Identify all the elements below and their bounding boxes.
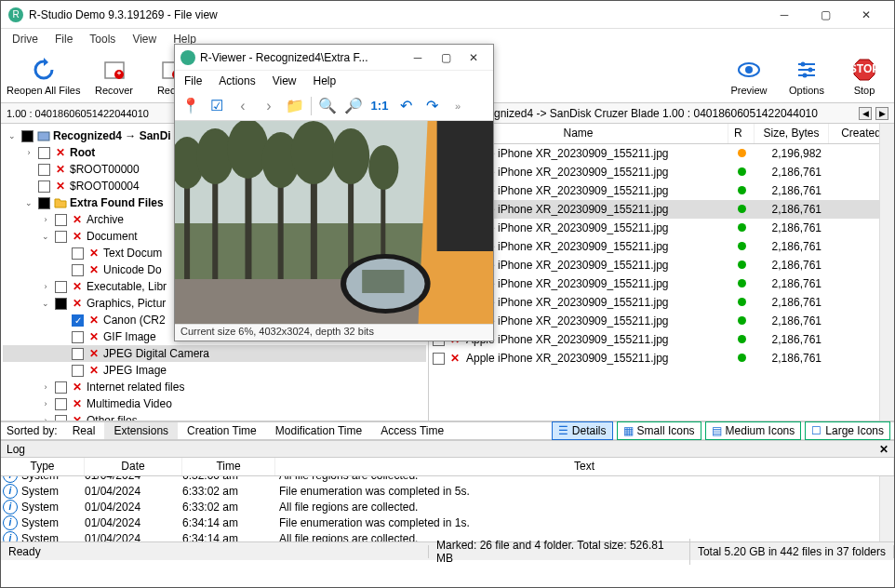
rotate-right-icon[interactable]: ↷	[421, 96, 442, 116]
tree-checkbox[interactable]	[72, 247, 84, 260]
file-row[interactable]: ✕Apple iPhone XR_20230909_155211.jpg2,18…	[429, 181, 894, 200]
expand-toggle[interactable]: ›	[40, 282, 51, 291]
tree-checkbox[interactable]	[72, 331, 84, 343]
rviewer-menu-help[interactable]: Help	[306, 73, 344, 89]
scroll-left-button[interactable]: ◀	[859, 107, 872, 120]
file-row[interactable]: ✕Apple iPhone XR_20230909_155211.jpg2,18…	[429, 293, 894, 312]
tree-checkbox[interactable]	[55, 381, 67, 394]
menu-file[interactable]: File	[47, 31, 80, 47]
tree-checkbox[interactable]	[72, 348, 84, 360]
tree-checkbox[interactable]	[38, 197, 50, 209]
expand-toggle[interactable]: ›	[40, 382, 51, 392]
maximize-button[interactable]: ▢	[805, 2, 846, 28]
tree-checkbox[interactable]	[38, 180, 50, 193]
tree-checkbox[interactable]	[55, 298, 67, 310]
expand-toggle[interactable]: ⌄	[23, 198, 34, 207]
expand-toggle[interactable]: ›	[40, 416, 51, 421]
logcol-type[interactable]: Type	[1, 458, 85, 475]
rviewer-menu-file[interactable]: File	[177, 73, 209, 89]
menu-drive[interactable]: Drive	[5, 31, 46, 47]
file-row[interactable]: ✕Apple iPhone XR_20230909_155211.jpg2,18…	[429, 312, 894, 330]
file-row[interactable]: ✕Apple iPhone XR_20230909_155211.jpg2,18…	[429, 237, 894, 256]
log-scrollbar[interactable]	[879, 476, 894, 541]
tree-checkbox[interactable]	[55, 398, 67, 410]
tree-checkbox[interactable]	[38, 164, 50, 176]
check-icon[interactable]: ☑	[207, 96, 227, 116]
tree-checkbox[interactable]: ✓	[72, 314, 84, 327]
pin-icon[interactable]: 📍	[180, 96, 201, 116]
rotate-left-icon[interactable]: ↶	[395, 96, 416, 116]
tree-checkbox[interactable]	[55, 231, 67, 243]
tree-node[interactable]: ›✕Other files	[3, 412, 426, 421]
logcol-date[interactable]: Date	[85, 458, 182, 475]
file-row[interactable]: ✕Apple iPhone XR_20230909_155211.jpg2,18…	[429, 330, 894, 349]
rviewer-window[interactable]: R-Viewer - Recognized4\Extra F... ─ ▢ ✕ …	[174, 44, 494, 341]
log-row[interactable]: iSystem01/04/20246:33:02 amAll file regi…	[1, 499, 894, 514]
log-row[interactable]: iSystem01/04/20246:34:14 amAll file regi…	[1, 530, 894, 541]
sort-creation-time[interactable]: Creation Time	[178, 422, 266, 439]
file-row[interactable]: ✕Apple iPhone XR_20230909_155211.jpg2,18…	[429, 200, 894, 219]
tree-checkbox[interactable]	[21, 130, 33, 142]
view-small-icons[interactable]: ▦Small Icons	[617, 421, 701, 440]
sort-extensions[interactable]: Extensions	[104, 422, 178, 439]
rviewer-minimize-button[interactable]: ─	[404, 47, 432, 69]
list-scrollbar[interactable]	[879, 124, 894, 421]
log-row[interactable]: iSystem01/04/20246:34:14 amFile enumerat…	[1, 514, 894, 530]
file-row[interactable]: ✕Apple iPhone XR_20230909_155211.jpg2,18…	[429, 349, 894, 368]
log-row[interactable]: iSystem01/04/20246:33:02 amFile enumerat…	[1, 483, 894, 499]
zoomin-icon[interactable]: 🔎	[343, 96, 364, 116]
menu-tools[interactable]: Tools	[82, 31, 123, 47]
file-row[interactable]: ✕Apple iPhone XR_20230909_155211.jpg2,18…	[429, 274, 894, 293]
rviewer-titlebar[interactable]: R-Viewer - Recognized4\Extra F... ─ ▢ ✕	[175, 45, 493, 71]
prev-icon[interactable]: ‹	[233, 96, 253, 116]
logcol-time[interactable]: Time	[182, 458, 275, 475]
file-row[interactable]: ✕Apple iPhone XR_20230909_155211.jpg2,18…	[429, 219, 894, 237]
log-row[interactable]: iSystem01/04/20246:32:00 amAll file regi…	[1, 476, 894, 483]
file-row[interactable]: ✕Apple iPhone XR_20230909_155211.jpg2,19…	[429, 144, 894, 163]
expand-toggle[interactable]: ›	[40, 215, 51, 224]
view-large-icons[interactable]: ☐Large Icons	[805, 421, 890, 440]
tree-node[interactable]: ✕JPEG Digital Camera	[3, 345, 426, 362]
col-size[interactable]: Size, Bytes	[755, 124, 829, 143]
tree-node[interactable]: ✕JPEG Image	[3, 362, 426, 379]
tree-checkbox[interactable]	[55, 415, 67, 421]
toolbar-recover[interactable]: Recover	[87, 55, 142, 98]
tree-checkbox[interactable]	[72, 264, 84, 276]
expand-toggle[interactable]: ⌄	[40, 232, 51, 241]
scroll-right-button[interactable]: ▶	[875, 107, 888, 120]
sort-modification-time[interactable]: Modification Time	[266, 422, 371, 439]
expand-toggle[interactable]: ›	[23, 148, 34, 157]
col-r[interactable]: R	[728, 124, 755, 143]
tree-checkbox[interactable]	[72, 365, 84, 377]
rviewer-menu-actions[interactable]: Actions	[211, 73, 262, 89]
file-row[interactable]: ✕Apple iPhone XR_20230909_155211.jpg2,18…	[429, 256, 894, 274]
file-row[interactable]: ✕Apple iPhone XR_20230909_155211.jpg2,18…	[429, 163, 894, 181]
log-close-button[interactable]: ✕	[879, 443, 888, 456]
tree-node[interactable]: ›✕Internet related files	[3, 379, 426, 395]
expand-toggle[interactable]: ⌄	[40, 299, 51, 308]
more-icon[interactable]: »	[448, 96, 468, 116]
onetoone-icon[interactable]: 1:1	[369, 96, 390, 116]
sort-access-time[interactable]: Access Time	[371, 422, 453, 439]
menu-view[interactable]: View	[125, 31, 164, 47]
sort-real[interactable]: Real	[63, 422, 105, 439]
tree-checkbox[interactable]	[55, 214, 67, 226]
rviewer-menu-view[interactable]: View	[265, 73, 304, 89]
tree-checkbox[interactable]	[55, 281, 67, 293]
toolbar-preview[interactable]: Preview	[721, 55, 777, 98]
rviewer-close-button[interactable]: ✕	[460, 47, 488, 69]
expand-toggle[interactable]: ⌄	[7, 131, 18, 140]
view-medium-icons[interactable]: ▤Medium Icons	[705, 421, 802, 440]
expand-toggle[interactable]: ›	[40, 399, 51, 408]
minimize-button[interactable]: ─	[764, 2, 805, 28]
toolbar-options[interactable]: Options	[779, 55, 835, 98]
close-button[interactable]: ✕	[846, 2, 887, 28]
tree-checkbox[interactable]	[38, 147, 50, 159]
folder-icon[interactable]: 📁	[285, 96, 305, 116]
next-icon[interactable]: ›	[259, 96, 279, 116]
logcol-text[interactable]: Text	[275, 458, 894, 475]
toolbar-reopen[interactable]: Reopen All Files	[3, 55, 85, 98]
toolbar-stop[interactable]: STOPStop	[836, 55, 892, 98]
zoomout-icon[interactable]: 🔍	[317, 96, 338, 116]
file-checkbox[interactable]	[433, 353, 445, 365]
